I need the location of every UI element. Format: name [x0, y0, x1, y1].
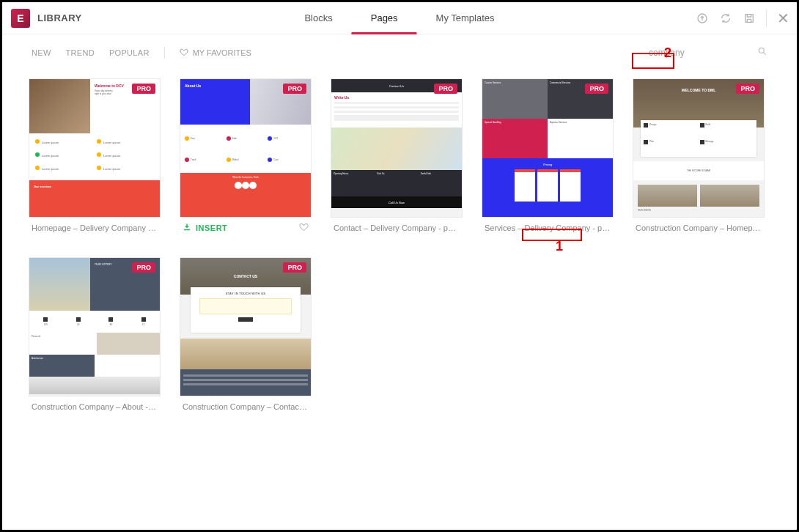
close-icon[interactable]: ✕ [777, 11, 789, 26]
pro-badge: PRO [132, 262, 155, 273]
template-title: Services – Delivery Company - page [485, 223, 611, 232]
library-header: E LIBRARY Blocks Pages My Templates ✕ [2, 2, 797, 34]
template-card[interactable]: PRO Contact Us Write Us Opening Hours Vi… [331, 78, 463, 238]
pro-badge: PRO [585, 84, 608, 94]
elementor-logo: E [11, 9, 30, 28]
template-card[interactable]: PRO OUR STORY 120 45 30 12 Financial Arc… [29, 257, 161, 417]
separator [164, 47, 165, 59]
tab-pages[interactable]: Pages [352, 2, 417, 34]
template-thumbnail: PRO Contact Us Write Us Opening Hours Vi… [331, 78, 463, 218]
heart-icon [180, 48, 188, 58]
favorite-icon[interactable] [299, 221, 309, 234]
tab-my-templates[interactable]: My Templates [417, 2, 514, 34]
filter-trend[interactable]: TREND [66, 48, 95, 57]
svg-point-2 [759, 48, 764, 53]
template-title: Construction Company – About - p… [32, 402, 158, 411]
header-tabs: Blocks Pages My Templates [285, 2, 513, 34]
template-title: Construction Company – Homepa… [636, 223, 762, 232]
sync-icon[interactable] [719, 12, 732, 25]
template-thumbnail: PRO OUR STORY 120 45 30 12 Financial Arc… [29, 257, 161, 396]
template-title: Homepage – Delivery Company - p… [32, 223, 158, 232]
template-card[interactable]: PRO Courier Services Commercial Services… [482, 78, 614, 238]
filter-bar: NEW TREND POPULAR MY FAVORITES [2, 34, 797, 71]
template-thumbnail: PRO About Us Fast Safe 24/7 Track Global… [180, 78, 312, 218]
template-thumbnail: PRO CONTACT US STAY IN TOUCH WITH US [180, 257, 312, 396]
upload-icon[interactable] [696, 12, 709, 25]
template-card[interactable]: PRO About Us Fast Safe 24/7 Track Global… [180, 78, 312, 238]
template-thumbnail: PRO Courier Services Commercial Services… [482, 78, 614, 218]
template-thumbnail: PRO WELCOME TO DML Design Build Plan Man… [633, 78, 765, 218]
search-icon[interactable] [757, 46, 767, 59]
insert-button[interactable]: INSERT [196, 223, 227, 232]
annotation-box-search [632, 53, 674, 69]
template-title: Contact – Delivery Company - page [334, 223, 460, 232]
template-card[interactable]: PRO Welcome to DCV Same day deliveryrigh… [29, 78, 161, 238]
template-thumbnail: PRO Welcome to DCV Same day deliveryrigh… [29, 78, 161, 218]
svg-rect-1 [745, 14, 754, 22]
pro-badge: PRO [283, 84, 306, 94]
pro-badge: PRO [736, 84, 759, 94]
tab-blocks[interactable]: Blocks [285, 2, 351, 34]
annotation-marker-1: 1 [556, 239, 563, 254]
pro-badge: PRO [132, 84, 155, 94]
filter-popular[interactable]: POPULAR [109, 48, 150, 57]
favorites-label: MY FAVORITES [193, 48, 251, 57]
template-card[interactable]: PRO CONTACT US STAY IN TOUCH WITH US Con… [180, 257, 312, 417]
templates-grid: PRO Welcome to DCV Same day deliveryrigh… [2, 71, 797, 530]
header-actions: ✕ [696, 10, 789, 27]
download-icon [183, 221, 191, 234]
template-title: Construction Company – Contact -… [183, 402, 309, 411]
pro-badge: PRO [283, 262, 306, 273]
pro-badge: PRO [434, 84, 457, 94]
template-card[interactable]: PRO WELCOME TO DML Design Build Plan Man… [633, 78, 765, 238]
library-title: LIBRARY [37, 12, 82, 23]
filter-favorites[interactable]: MY FAVORITES [180, 48, 251, 58]
separator [766, 10, 767, 27]
save-icon[interactable] [743, 12, 756, 25]
filter-new[interactable]: NEW [32, 48, 51, 57]
